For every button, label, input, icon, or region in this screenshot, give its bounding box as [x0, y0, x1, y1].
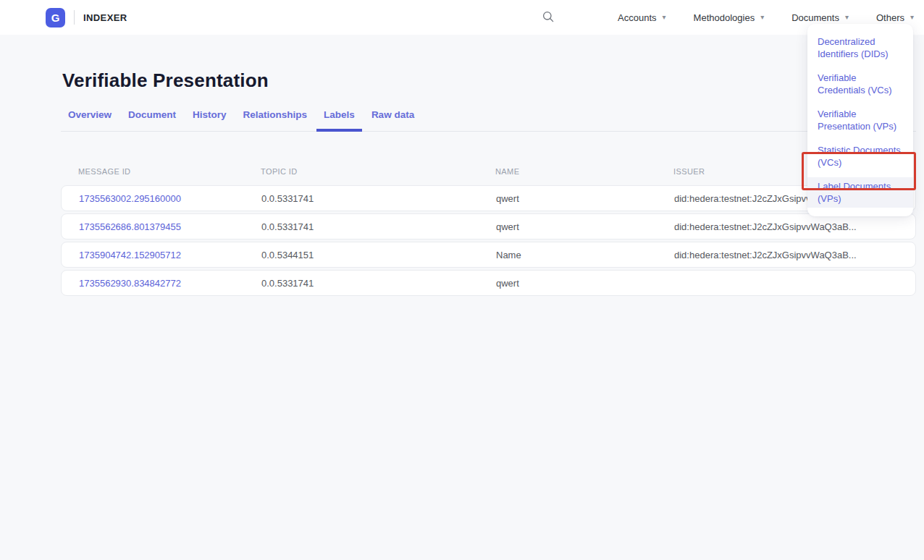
tab-labels[interactable]: Labels — [316, 109, 362, 132]
brand[interactable]: G INDEXER — [46, 8, 127, 27]
tab-raw-data[interactable]: Raw data — [364, 109, 421, 132]
logo-letter: G — [51, 12, 60, 24]
topic-id-cell: 0.0.5331741 — [261, 193, 496, 204]
issuer-cell: did:hedera:testnet:J2cZJxGsipvvWaQ3aB... — [674, 250, 898, 260]
tab-history[interactable]: History — [185, 109, 234, 132]
column-header-message-id: MESSAGE ID — [78, 167, 261, 176]
search-button[interactable] — [539, 8, 557, 27]
tab-bar: Overview Document History Relationships … — [61, 109, 916, 132]
table-row: 1735562686.801379455 0.0.5331741 qwert d… — [61, 213, 916, 239]
chevron-down-icon: ▾ — [663, 14, 666, 21]
topic-id-cell: 0.0.5331741 — [261, 221, 496, 232]
name-cell: qwert — [496, 221, 674, 232]
brand-name: INDEXER — [83, 12, 127, 23]
column-header-topic-id: TOPIC ID — [261, 167, 495, 176]
topic-id-cell: 0.0.5331741 — [261, 278, 496, 289]
table-row: 1735562930.834842772 0.0.5331741 qwert — [61, 270, 916, 296]
chevron-down-icon: ▾ — [910, 14, 914, 21]
dropdown-item-label-documents[interactable]: Label Documents (VPs) — [807, 177, 913, 208]
nav-item-others[interactable]: Others ▾ — [876, 12, 914, 23]
column-header-name: NAME — [495, 167, 673, 176]
issuer-cell: did:hedera:testnet:J2cZJxGsipvvWaQ3aB... — [674, 221, 898, 232]
table-header-row: MESSAGE ID TOPIC ID NAME ISSUER — [61, 165, 916, 178]
tab-relationships[interactable]: Relationships — [236, 109, 315, 132]
nav-item-label: Accounts — [618, 12, 656, 23]
tab-overview[interactable]: Overview — [61, 109, 119, 132]
page-title: Verifiable Presentation — [62, 69, 916, 92]
dropdown-item-verifiable-credentials[interactable]: Verifiable Credentials (VCs) — [807, 69, 913, 99]
main-content: Verifiable Presentation Overview Documen… — [61, 69, 916, 296]
topic-id-cell: 0.0.5344151 — [261, 250, 496, 260]
search-icon — [542, 11, 554, 25]
dropdown-item-decentralized-identifiers[interactable]: Decentralized Identifiers (DIDs) — [807, 33, 913, 63]
nav-item-label: Documents — [791, 12, 839, 23]
nav-item-accounts[interactable]: Accounts ▾ — [618, 12, 666, 23]
table-row: 1735904742.152905712 0.0.5344151 Name di… — [61, 242, 916, 268]
name-cell: qwert — [496, 278, 674, 289]
message-id-link[interactable]: 1735904742.152905712 — [79, 250, 261, 260]
brand-divider — [74, 10, 75, 25]
dropdown-item-verifiable-presentation[interactable]: Verifiable Presentation (VPs) — [807, 105, 913, 135]
message-id-link[interactable]: 1735562686.801379455 — [79, 221, 261, 232]
nav-item-label: Methodologies — [694, 12, 755, 23]
topbar: G INDEXER Accounts ▾ Methodologies ▾ Doc… — [0, 0, 924, 35]
dropdown-item-statistic-documents[interactable]: Statistic Documents (VCs) — [807, 141, 913, 171]
table-row: 1735563002.295160000 0.0.5331741 qwert d… — [61, 185, 916, 211]
name-cell: qwert — [496, 193, 674, 204]
chevron-down-icon: ▾ — [760, 14, 764, 21]
message-id-link[interactable]: 1735562930.834842772 — [79, 278, 261, 289]
labels-table: MESSAGE ID TOPIC ID NAME ISSUER 17355630… — [61, 165, 916, 296]
message-id-link[interactable]: 1735563002.295160000 — [79, 193, 261, 204]
chevron-down-icon: ▾ — [845, 14, 849, 21]
app-logo-icon: G — [46, 8, 65, 27]
nav-item-label: Others — [876, 12, 904, 23]
tab-document[interactable]: Document — [121, 109, 183, 132]
documents-dropdown-menu: Decentralized Identifiers (DIDs) Verifia… — [807, 24, 913, 216]
nav-item-methodologies[interactable]: Methodologies ▾ — [694, 12, 765, 23]
name-cell: Name — [496, 250, 674, 260]
nav-item-documents[interactable]: Documents ▾ — [791, 12, 849, 23]
